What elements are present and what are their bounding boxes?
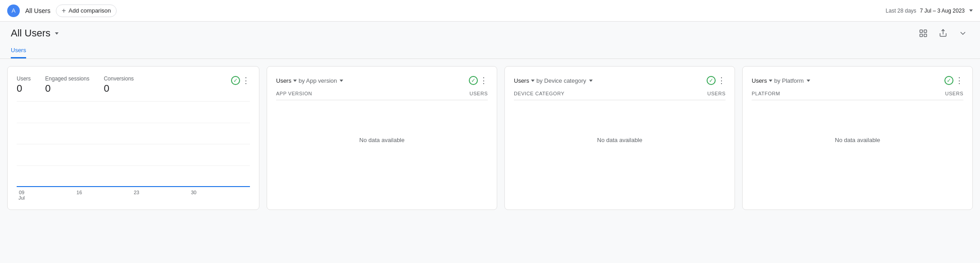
page-title-dropdown-icon[interactable] bbox=[55, 32, 59, 35]
device-category-header: Users by Device category ✓ ⋮ bbox=[514, 76, 726, 85]
metric-conversions: Conversions 0 bbox=[104, 76, 134, 94]
add-comparison-label: Add comparison bbox=[68, 7, 111, 14]
platform-title: Users by Platform bbox=[752, 77, 810, 84]
app-version-metric-arrow bbox=[293, 80, 297, 82]
app-version-actions: ✓ ⋮ bbox=[469, 76, 488, 85]
metric-conversions-value: 0 bbox=[104, 83, 134, 94]
platform-metric-arrow bbox=[769, 80, 772, 82]
platform-more-button[interactable]: ⋮ bbox=[955, 76, 963, 85]
chart-line bbox=[17, 106, 250, 187]
app-version-no-data: No data available bbox=[276, 104, 488, 176]
card-app-version: Users by App version ✓ ⋮ APP VERSION USE… bbox=[267, 66, 497, 210]
x-axis: 09 Jul 16 23 30 bbox=[17, 190, 250, 201]
app-version-col2: USERS bbox=[470, 91, 488, 96]
app-version-more-button[interactable]: ⋮ bbox=[480, 76, 488, 85]
main-chart-card: Users 0 Engaged sessions 0 Conversions 0… bbox=[7, 66, 259, 210]
app-version-by-arrow[interactable] bbox=[340, 80, 343, 82]
chart-area: 09 Jul 16 23 30 bbox=[17, 102, 250, 201]
app-version-title: Users by App version bbox=[276, 77, 343, 84]
page-title-left: All Users bbox=[11, 27, 59, 39]
table-cards-container: Users by App version ✓ ⋮ APP VERSION USE… bbox=[267, 66, 973, 210]
platform-check-icon: ✓ bbox=[944, 76, 953, 85]
main-content: Users 0 Engaged sessions 0 Conversions 0… bbox=[0, 66, 980, 217]
top-bar-left: A All Users + Add comparison bbox=[7, 4, 117, 17]
page-title: All Users bbox=[11, 27, 50, 39]
svg-rect-1 bbox=[924, 30, 927, 33]
share-button[interactable] bbox=[937, 27, 949, 40]
svg-rect-2 bbox=[920, 34, 923, 37]
page-title-bar: All Users bbox=[0, 22, 980, 43]
x-label-16: 16 bbox=[77, 190, 82, 201]
last-days-label: Last 28 days bbox=[886, 8, 916, 14]
plus-icon: + bbox=[62, 7, 66, 15]
metric-users-label: Users bbox=[17, 76, 31, 82]
device-category-check-icon: ✓ bbox=[707, 76, 716, 85]
card-device-category: Users by Device category ✓ ⋮ DEVICE CATE… bbox=[504, 66, 735, 210]
metric-conversions-label: Conversions bbox=[104, 76, 134, 82]
platform-metric-dropdown[interactable]: Users bbox=[752, 77, 772, 84]
platform-actions: ✓ ⋮ bbox=[944, 76, 963, 85]
device-category-cols: DEVICE CATEGORY USERS bbox=[514, 91, 726, 100]
platform-metric-name: Users bbox=[752, 77, 767, 84]
platform-by-arrow[interactable] bbox=[807, 80, 810, 82]
add-comparison-button[interactable]: + Add comparison bbox=[56, 4, 117, 17]
device-category-by-label: by Device category bbox=[536, 77, 586, 84]
metric-users: Users 0 bbox=[17, 76, 31, 94]
device-category-by-arrow[interactable] bbox=[589, 80, 593, 82]
device-category-title: Users by Device category bbox=[514, 77, 593, 84]
svg-rect-3 bbox=[924, 34, 927, 37]
device-category-actions: ✓ ⋮ bbox=[707, 76, 726, 85]
device-category-col2: USERS bbox=[708, 91, 726, 96]
avatar: A bbox=[7, 4, 20, 17]
metric-users-value: 0 bbox=[17, 83, 31, 94]
platform-header: Users by Platform ✓ ⋮ bbox=[752, 76, 963, 85]
top-bar-title: All Users bbox=[25, 7, 50, 14]
date-range: 7 Jul – 3 Aug 2023 bbox=[920, 8, 965, 14]
main-card-actions: ✓ ⋮ bbox=[231, 76, 250, 85]
device-category-metric-name: Users bbox=[514, 77, 529, 84]
app-version-by-label: by App version bbox=[299, 77, 337, 84]
app-version-check-icon: ✓ bbox=[469, 76, 478, 85]
x-label-23: 23 bbox=[134, 190, 139, 201]
device-category-col1: DEVICE CATEGORY bbox=[514, 91, 564, 96]
device-category-no-data: No data available bbox=[514, 104, 726, 176]
date-range-dropdown-icon[interactable] bbox=[969, 9, 973, 12]
x-label-30: 30 bbox=[191, 190, 196, 201]
platform-col2: USERS bbox=[945, 91, 963, 96]
main-card-top-row: Users 0 Engaged sessions 0 Conversions 0… bbox=[17, 76, 250, 98]
top-bar: A All Users + Add comparison Last 28 day… bbox=[0, 0, 980, 22]
page-title-icons bbox=[917, 27, 969, 40]
check-icon: ✓ bbox=[231, 76, 240, 85]
platform-cols: PLATFORM USERS bbox=[752, 91, 963, 100]
app-version-metric-name: Users bbox=[276, 77, 291, 84]
platform-no-data: No data available bbox=[752, 104, 963, 176]
app-version-header: Users by App version ✓ ⋮ bbox=[276, 76, 488, 85]
app-version-col1: APP VERSION bbox=[276, 91, 312, 96]
top-bar-right: Last 28 days 7 Jul – 3 Aug 2023 bbox=[886, 8, 973, 14]
more-options-button[interactable]: ⋮ bbox=[242, 76, 250, 85]
metrics-row: Users 0 Engaged sessions 0 Conversions 0 bbox=[17, 76, 134, 94]
metric-engaged-label: Engaged sessions bbox=[45, 76, 89, 82]
save-button[interactable] bbox=[957, 27, 969, 40]
customize-button[interactable] bbox=[917, 27, 930, 40]
card-platform: Users by Platform ✓ ⋮ PLATFORM USERS No … bbox=[742, 66, 973, 210]
device-category-metric-dropdown[interactable]: Users bbox=[514, 77, 535, 84]
tab-bar: Users bbox=[0, 43, 980, 59]
app-version-metric-dropdown[interactable]: Users bbox=[276, 77, 297, 84]
tab-users[interactable]: Users bbox=[11, 43, 26, 58]
app-version-cols: APP VERSION USERS bbox=[276, 91, 488, 100]
svg-rect-0 bbox=[920, 30, 923, 33]
device-category-more-button[interactable]: ⋮ bbox=[717, 76, 726, 85]
x-label-09: 09 Jul bbox=[18, 190, 25, 201]
platform-by-label: by Platform bbox=[774, 77, 804, 84]
platform-col1: PLATFORM bbox=[752, 91, 780, 96]
device-category-metric-arrow bbox=[531, 80, 535, 82]
metric-engaged: Engaged sessions 0 bbox=[45, 76, 89, 94]
metric-engaged-value: 0 bbox=[45, 83, 89, 94]
